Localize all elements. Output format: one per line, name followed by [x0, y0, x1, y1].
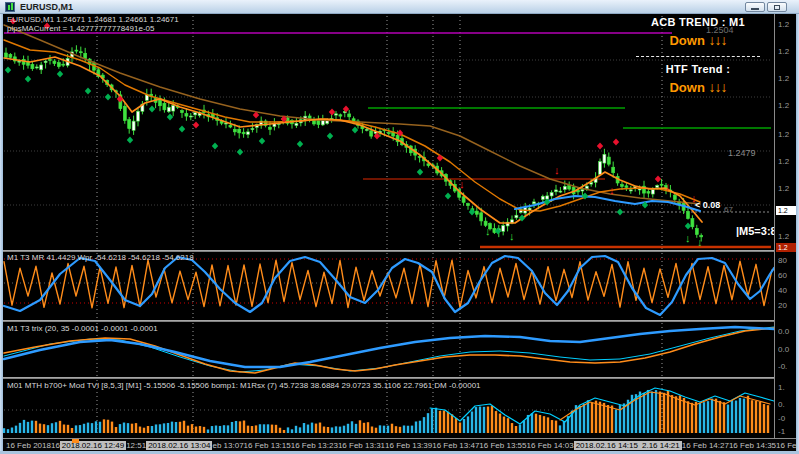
scale-label: 80: [778, 256, 796, 265]
panel-separator-3[interactable]: [3, 377, 796, 379]
scale-label: 1.2: [778, 47, 796, 56]
acb-trend-title: ACB TREND : M1: [618, 16, 778, 28]
scale-label: 60: [778, 271, 796, 280]
window-titlebar: EURUSD,M1: [0, 0, 799, 14]
time-label: 16 Feb 14:03: [527, 441, 574, 450]
scale-label: -0: [778, 414, 796, 423]
sell-arrow-icon: ↓: [609, 184, 615, 196]
scale-label: 0.0: [778, 327, 796, 336]
mt4-chart-window: EURUSD,M1 ↓↓↓↓↓↓↓↓↓ EURUSD,M1 1.24671 1.…: [0, 0, 799, 454]
scale-label: 1.2: [778, 101, 796, 110]
htf-down-arrows-icon: ↓↓↓: [709, 79, 727, 95]
htf-trend-direction: Down ↓↓↓: [618, 79, 778, 95]
time-label: 16 Feb 2018: [6, 441, 51, 450]
buy-diamond-icon: [5, 67, 11, 74]
indicator1-label: M1 T3 MR 41.4429 Wpr -54.6218 -54.6218 -…: [7, 253, 194, 262]
panel-separator-2[interactable]: [3, 320, 796, 322]
buy-diamond-icon: [469, 209, 475, 216]
time-label: 16 Feb 13:55: [479, 441, 526, 450]
sell-arrow-icon: ↓: [459, 178, 465, 190]
buy-diamond-icon: [259, 138, 265, 145]
buy-diamond-icon: [327, 133, 333, 140]
time-crosshair-tag: 2018.02.16 13:04: [146, 441, 212, 450]
time-label: 16 Feb 13:39: [385, 441, 432, 450]
scale-label: 1.2: [778, 157, 796, 166]
scale-label: 1.2: [778, 184, 796, 193]
ghost-price-label: 1.2504: [706, 25, 734, 35]
buy-diamond-icon: [127, 137, 133, 144]
wpr-orange-line: [4, 260, 772, 308]
buy-diamond-icon: [149, 106, 155, 113]
time-label: eb 13:07: [212, 441, 243, 450]
scale-label: 20: [778, 301, 796, 310]
scale-label: 1.2: [778, 74, 796, 83]
buy-diamond-icon: [617, 209, 623, 216]
rsx-cyan-line: [430, 388, 774, 424]
indicator2-label: M1 T3 trix (20, 35 -0.0001 -0.0001 -0.00…: [7, 324, 158, 333]
htf-trend-title: HTF Trend :: [618, 63, 778, 75]
scale-label: -0.: [778, 362, 796, 371]
scale-price-tag: 1.2: [776, 206, 796, 215]
time-label: 16 Feb 13:47: [432, 441, 479, 450]
axis-position-marker: [72, 439, 79, 443]
exit-arrow-icon: ↓: [509, 230, 515, 242]
time-crosshair-tag: 2018.02.16 12:49: [60, 441, 126, 450]
buy-diamond-icon: [85, 88, 91, 95]
buy-diamond-icon: [685, 223, 691, 230]
buy-diamond-icon: [417, 169, 423, 176]
time-axis[interactable]: 16 Feb 2018162018.02.16 12:4912:512018.0…: [3, 438, 796, 451]
price-scale[interactable]: 1.21.21.21.21.21.21.21.2806040200.00.0-0…: [774, 14, 796, 438]
scale-label: 1.2: [778, 130, 796, 139]
tvi-histogram: [3, 390, 769, 433]
exit-arrow-icon: ↓: [485, 225, 491, 237]
time-label: 16 Feb 13:23: [291, 441, 338, 450]
ohlc-info-line: EURUSD,M1 1.24671 1.24681 1.24661 1.2467…: [7, 15, 179, 24]
scale-label: 0.: [778, 400, 796, 409]
restore-button[interactable]: [767, 2, 787, 12]
spread-ghost-label: 67: [724, 205, 733, 214]
sell-diamond-icon: [613, 139, 619, 146]
time-label: 16 Feb 13:15: [244, 441, 291, 450]
time-label: 16 Feb 14:43: [776, 441, 796, 450]
spread-label: < 0.08: [695, 200, 720, 210]
minimize-button[interactable]: [745, 2, 765, 12]
scale-label: 40: [778, 286, 796, 295]
acb-trend-direction: Down ↓↓↓: [618, 32, 778, 48]
sell-arrow-icon: ↓: [665, 180, 671, 192]
time-label: 12:51: [126, 441, 146, 450]
scale-label: -1: [778, 427, 796, 436]
sell-diamond-icon: [374, 133, 380, 140]
mid-price-label: 1.2479: [728, 148, 756, 158]
buy-diamond-icon: [25, 76, 31, 83]
trix-cyan-line: [4, 327, 774, 372]
buy-diamond-icon: [352, 127, 358, 134]
scale-price-tag: 1.2: [776, 243, 796, 252]
sell-diamond-icon: [437, 155, 443, 162]
sell-diamond-icon: [193, 122, 199, 129]
sell-diamond-icon: [655, 176, 661, 183]
buy-diamond-icon: [237, 149, 243, 156]
trix-orange-line: [4, 328, 774, 373]
time-label: 16: [51, 441, 60, 450]
trix-blue-line: [4, 327, 774, 367]
sell-arrow-icon: ↓: [554, 164, 560, 176]
buy-diamond-icon: [445, 193, 451, 200]
time-label: 16 Feb 13:31: [338, 441, 385, 450]
chart-window-icon: [5, 2, 15, 12]
buy-diamond-icon: [179, 126, 185, 133]
buy-diamond-icon: [105, 94, 111, 101]
time-crosshair-tag: 2018.02.16 14:15: [574, 441, 640, 450]
trend-annotation-block: 1.2504 ACB TREND : M1 Down ↓↓↓ HTF Trend…: [618, 16, 778, 95]
htf-down-text: Down: [669, 80, 704, 95]
minimize-icon: [751, 8, 759, 10]
scale-label: 1.2: [778, 20, 796, 29]
exit-arrow-icon: ↓: [685, 232, 691, 244]
indicator3-label: M01 MTH b700+ Mod TVI [8,5,3] [M1] -5.15…: [7, 381, 481, 390]
sell-diamond-icon: [597, 143, 603, 150]
scale-label: 1.2: [778, 232, 796, 241]
sell-diamond-icon: [117, 96, 123, 103]
time-label: 16 Feb 14:35: [729, 441, 776, 450]
restore-icon: [774, 5, 780, 10]
panel-separator-1[interactable]: [3, 250, 796, 252]
buy-diamond-icon: [297, 141, 303, 148]
